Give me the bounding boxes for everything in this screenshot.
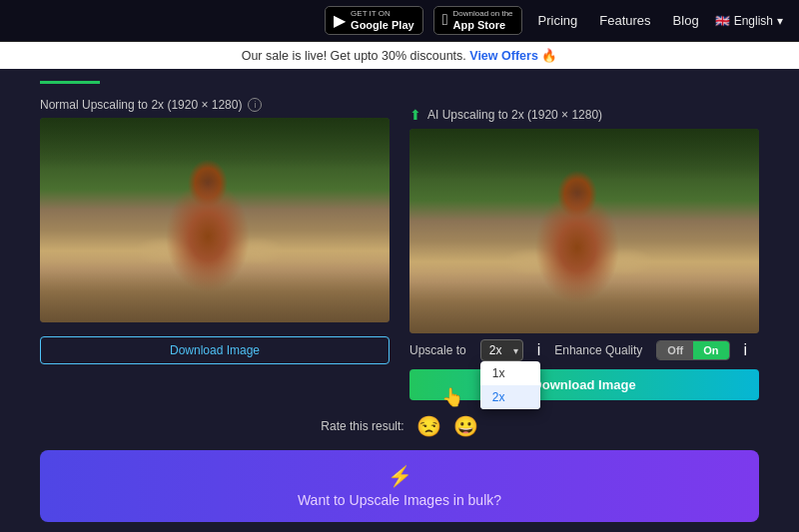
upscale-info-icon[interactable]: i bbox=[537, 341, 541, 359]
panel-controls: Upscale to 1x 2x ▾ 1x 2x i bbox=[409, 339, 759, 400]
upscale-label: Upscale to bbox=[409, 343, 466, 357]
enhance-info-icon[interactable]: i bbox=[744, 341, 748, 359]
rating-label: Rate this result: bbox=[321, 419, 403, 433]
right-image-container bbox=[409, 129, 759, 333]
right-download-button[interactable]: Download Image bbox=[409, 369, 759, 400]
left-info-icon[interactable]: i bbox=[248, 98, 262, 112]
chevron-down-icon: ▾ bbox=[777, 14, 783, 28]
dropdown-item-1x[interactable]: 1x bbox=[480, 361, 540, 385]
main-content: Normal Upscaling to 2x (1920 × 1280) i D… bbox=[0, 69, 799, 450]
enhance-label: Enhance Quality bbox=[554, 343, 642, 357]
thumbs-down-button[interactable]: 😒 bbox=[416, 414, 441, 438]
thumbs-up-button[interactable]: 😀 bbox=[453, 414, 478, 438]
left-panel: Normal Upscaling to 2x (1920 × 1280) i D… bbox=[40, 81, 390, 400]
right-download-wrapper: Download Image 👆 bbox=[409, 369, 759, 400]
toggle-on-button[interactable]: On bbox=[693, 341, 728, 359]
right-panel-header: ⬆ AI Upscaling to 2x (1920 × 1280) bbox=[409, 107, 759, 123]
blog-link[interactable]: Blog bbox=[667, 13, 705, 28]
sale-text: Our sale is live! Get upto 30% discounts… bbox=[242, 49, 466, 63]
upscale-select[interactable]: 1x 2x bbox=[480, 339, 523, 361]
google-play-icon: ▶ bbox=[334, 11, 346, 30]
comparison-row: Normal Upscaling to 2x (1920 × 1280) i D… bbox=[40, 81, 759, 400]
apple-icon:  bbox=[442, 11, 448, 29]
ai-upscale-icon: ⬆ bbox=[409, 107, 421, 123]
features-link[interactable]: Features bbox=[593, 13, 656, 28]
controls-row: Upscale to 1x 2x ▾ 1x 2x i bbox=[409, 339, 759, 361]
app-store-name: App Store bbox=[453, 19, 513, 31]
app-store-button[interactable]:  Download on the App Store bbox=[433, 6, 522, 35]
left-panel-title: Normal Upscaling to 2x (1920 × 1280) bbox=[40, 98, 242, 112]
underline-indicator bbox=[40, 81, 100, 84]
left-panel-bottom: Download Image bbox=[40, 336, 390, 364]
right-panel-title: AI Upscaling to 2x (1920 × 1280) bbox=[427, 108, 602, 122]
cta-text: Want to Upscale Images in bulk? bbox=[54, 492, 745, 508]
right-antelope-image bbox=[409, 129, 759, 333]
dropdown-item-2x[interactable]: 2x bbox=[480, 385, 540, 409]
view-offers-link[interactable]: View Offers 🔥 bbox=[469, 49, 557, 63]
bottom-cta[interactable]: ⚡ Want to Upscale Images in bulk? bbox=[40, 450, 759, 522]
right-panel: ⬆ AI Upscaling to 2x (1920 × 1280) Upsca… bbox=[409, 81, 759, 400]
google-play-name: Google Play bbox=[351, 19, 414, 31]
left-antelope-image bbox=[40, 118, 390, 322]
app-store-small: Download on the bbox=[453, 10, 513, 19]
sale-banner: Our sale is live! Get upto 30% discounts… bbox=[0, 42, 799, 69]
enhance-toggle[interactable]: Off On bbox=[656, 340, 729, 360]
navbar: ▶ GET IT ON Google Play  Download on th… bbox=[0, 0, 799, 42]
rating-row: Rate this result: 😒 😀 bbox=[40, 414, 759, 438]
google-play-button[interactable]: ▶ GET IT ON Google Play bbox=[325, 6, 423, 35]
flag-icon: 🇬🇧 bbox=[715, 14, 730, 28]
pricing-link[interactable]: Pricing bbox=[532, 13, 584, 28]
upscale-dropdown[interactable]: 1x 2x bbox=[480, 361, 540, 409]
left-image-container bbox=[40, 118, 390, 322]
google-play-small: GET IT ON bbox=[351, 10, 414, 19]
toggle-off-button[interactable]: Off bbox=[657, 341, 693, 359]
left-panel-header: Normal Upscaling to 2x (1920 × 1280) i bbox=[40, 98, 390, 112]
left-download-button[interactable]: Download Image bbox=[40, 336, 390, 364]
language-button[interactable]: 🇬🇧 English ▾ bbox=[715, 14, 783, 28]
lang-label: English bbox=[734, 14, 773, 28]
cta-icon: ⚡ bbox=[54, 464, 745, 488]
upscale-select-wrapper: 1x 2x ▾ 1x 2x bbox=[480, 339, 523, 361]
